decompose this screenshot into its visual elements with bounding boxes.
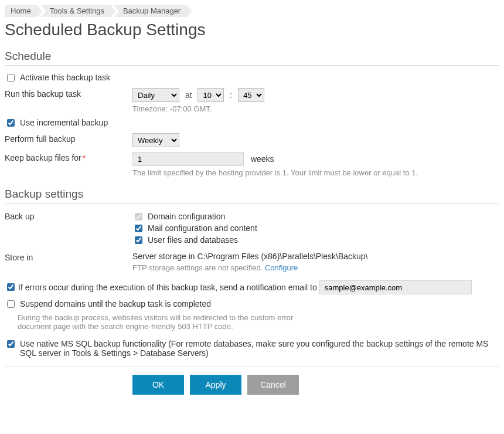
mail-cfg-checkbox[interactable]	[135, 225, 142, 232]
configure-ftp-link[interactable]: Configure	[265, 263, 298, 272]
activate-backup-checkbox[interactable]	[7, 74, 15, 82]
perform-full-select[interactable]: Weekly	[132, 133, 179, 147]
domain-cfg-row[interactable]: Domain configuration	[132, 212, 499, 222]
section-backup-settings: Backup settings	[5, 188, 499, 204]
mail-cfg-row[interactable]: Mail configuration and content	[132, 223, 499, 234]
userfiles-label: User files and databases	[148, 235, 238, 245]
incremental-row[interactable]: Use incremental backup	[5, 118, 499, 128]
notify-checkbox[interactable]	[7, 283, 15, 291]
native-mssql-row[interactable]: Use native MS SQL backup functionality (…	[5, 339, 499, 358]
incremental-label: Use incremental backup	[20, 118, 108, 127]
native-mssql-checkbox[interactable]	[7, 340, 15, 348]
minute-select[interactable]: 45	[238, 88, 264, 102]
userfiles-row[interactable]: User files and databases	[132, 235, 499, 246]
hour-select[interactable]: 10	[197, 88, 224, 102]
backup-label: Back up	[5, 211, 132, 221]
frequency-select[interactable]: Daily	[132, 88, 179, 102]
suspend-row[interactable]: Suspend domains until the backup task is…	[5, 299, 499, 310]
button-bar: OK Apply Cancel	[132, 375, 499, 395]
mail-cfg-label: Mail configuration and content	[148, 223, 257, 233]
native-mssql-label: Use native MS SQL backup functionality (…	[20, 339, 499, 358]
apply-button[interactable]: Apply	[190, 375, 241, 395]
perform-full-label: Perform full backup	[5, 133, 132, 144]
breadcrumb-home[interactable]: Home	[5, 5, 37, 17]
divider	[5, 366, 499, 367]
keep-label: Keep backup files for*	[5, 152, 132, 162]
activate-backup-label: Activate this backup task	[20, 73, 110, 82]
page-title: Scheduled Backup Settings	[5, 21, 499, 39]
ok-button[interactable]: OK	[132, 375, 184, 395]
section-schedule: Schedule	[5, 50, 499, 66]
domain-cfg-label: Domain configuration	[148, 212, 225, 221]
suspend-label: Suspend domains until the backup task is…	[20, 299, 211, 308]
keep-value-input[interactable]	[132, 152, 244, 166]
notify-label: If errors occur during the execution of …	[18, 283, 317, 292]
notify-row: If errors occur during the execution of …	[5, 280, 499, 294]
suspend-note: During the backup process, websites visi…	[18, 313, 322, 331]
ftp-note: FTP storage settings are not specified. …	[132, 263, 437, 272]
keep-unit: weeks	[251, 154, 274, 164]
cancel-button[interactable]: Cancel	[247, 375, 299, 395]
at-text: at	[185, 90, 192, 100]
storein-label: Store in	[5, 252, 132, 262]
storein-path: Server storage in C:\Program Files (x86)…	[132, 252, 499, 261]
incremental-checkbox[interactable]	[7, 119, 15, 127]
domain-cfg-checkbox	[135, 213, 142, 221]
colon-text: :	[230, 90, 232, 100]
breadcrumb: Home Tools & Settings Backup Manager	[5, 5, 499, 17]
breadcrumb-tools-settings[interactable]: Tools & Settings	[40, 5, 110, 17]
run-task-label: Run this backup task	[5, 88, 132, 99]
notify-email-input[interactable]	[319, 280, 472, 294]
userfiles-checkbox[interactable]	[135, 236, 142, 244]
suspend-checkbox[interactable]	[7, 300, 15, 308]
required-asterisk: *	[83, 153, 86, 162]
keep-note: The limit specified by the hosting provi…	[132, 168, 437, 177]
breadcrumb-backup-manager[interactable]: Backup Manager	[114, 5, 186, 17]
activate-backup-row[interactable]: Activate this backup task	[5, 73, 499, 83]
timezone-note: Timezone: -07:00 GMT.	[132, 104, 437, 113]
